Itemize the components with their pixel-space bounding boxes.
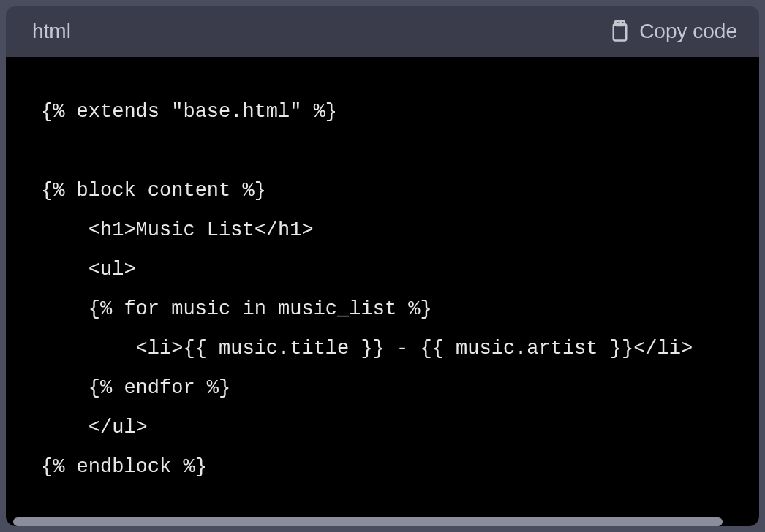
code-area[interactable]: {% extends "base.html" %} {% block conte… <box>6 57 759 526</box>
svg-rect-0 <box>614 24 627 41</box>
code-header: html Copy code <box>6 6 759 57</box>
code-content: {% extends "base.html" %} {% block conte… <box>41 92 759 487</box>
horizontal-scrollbar-track[interactable] <box>13 517 752 526</box>
copy-code-button[interactable]: Copy code <box>607 19 737 44</box>
horizontal-scrollbar-thumb[interactable] <box>13 517 723 526</box>
code-block-container: html Copy code {% extends "base.html" %}… <box>6 6 759 526</box>
clipboard-icon <box>607 19 629 44</box>
language-label: html <box>32 20 71 43</box>
copy-code-label: Copy code <box>639 20 737 43</box>
